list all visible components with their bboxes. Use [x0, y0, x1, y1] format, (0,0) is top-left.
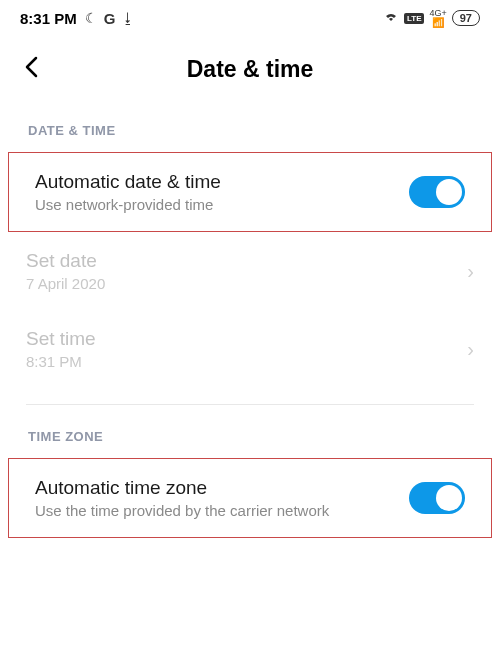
toggle-knob: [436, 485, 462, 511]
setting-text: Automatic time zone Use the time provide…: [35, 477, 409, 519]
status-icons-left: ☾ G ⭳: [85, 10, 136, 27]
setting-text: Automatic date & time Use network-provid…: [35, 171, 409, 213]
back-button[interactable]: [20, 54, 42, 85]
download-icon: ⭳: [121, 10, 135, 26]
section-time-zone-label: TIME ZONE: [0, 415, 500, 458]
setting-title: Set time: [26, 328, 467, 350]
setting-auto-time-zone[interactable]: Automatic time zone Use the time provide…: [8, 458, 492, 538]
status-time: 8:31 PM: [20, 10, 77, 27]
auto-date-toggle[interactable]: [409, 176, 465, 208]
setting-title: Set date: [26, 250, 467, 272]
chevron-left-icon: [24, 56, 38, 78]
status-right: LTE 4G+ 📶 97: [383, 9, 480, 28]
chevron-right-icon: ›: [467, 338, 474, 361]
setting-set-date: Set date 7 April 2020 ›: [0, 232, 500, 310]
signal-group: 4G+ 📶: [429, 9, 446, 28]
wifi-icon: [383, 11, 399, 26]
setting-title: Automatic time zone: [35, 477, 409, 499]
setting-subtitle: Use network-provided time: [35, 196, 409, 213]
auto-tz-toggle[interactable]: [409, 482, 465, 514]
setting-auto-date-time[interactable]: Automatic date & time Use network-provid…: [8, 152, 492, 232]
setting-text: Set date 7 April 2020: [26, 250, 467, 292]
section-date-time-label: DATE & TIME: [0, 109, 500, 152]
lte-badge: LTE: [404, 13, 425, 24]
page-title: Date & time: [187, 56, 314, 83]
page-header: Date & time: [0, 36, 500, 109]
status-bar: 8:31 PM ☾ G ⭳ LTE 4G+ 📶 97: [0, 0, 500, 36]
battery-indicator: 97: [452, 10, 480, 26]
setting-subtitle: Use the time provided by the carrier net…: [35, 502, 409, 519]
google-icon: G: [104, 10, 116, 27]
lte-text: LTE: [407, 14, 422, 23]
chevron-right-icon: ›: [467, 260, 474, 283]
setting-subtitle: 8:31 PM: [26, 353, 467, 370]
divider: [26, 404, 474, 405]
setting-text: Set time 8:31 PM: [26, 328, 467, 370]
signal-icon: 📶: [432, 18, 444, 28]
setting-title: Automatic date & time: [35, 171, 409, 193]
status-left: 8:31 PM ☾ G ⭳: [20, 10, 135, 27]
setting-set-time: Set time 8:31 PM ›: [0, 310, 500, 388]
dnd-icon: ☾: [85, 10, 98, 26]
battery-level: 97: [460, 12, 472, 24]
toggle-knob: [436, 179, 462, 205]
setting-subtitle: 7 April 2020: [26, 275, 467, 292]
